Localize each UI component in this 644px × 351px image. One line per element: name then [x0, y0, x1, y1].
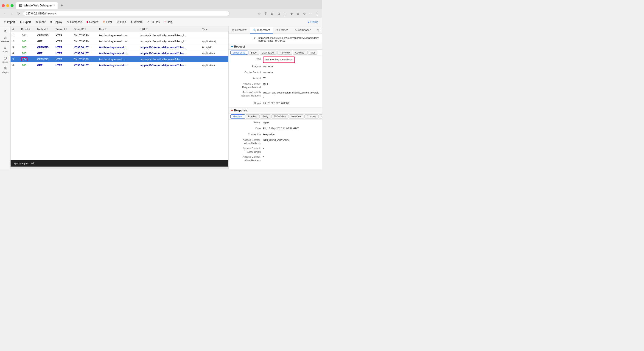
overview-icon: ◎ — [232, 29, 234, 32]
ext7-icon[interactable]: ⋯ — [308, 11, 313, 16]
subtab-body[interactable]: Body — [248, 51, 259, 55]
replay-button[interactable]: ↺ Replay — [48, 20, 64, 24]
horizontal-scrollbar[interactable] — [10, 167, 228, 169]
minimize-button[interactable] — [6, 4, 9, 7]
values-icon: ⬡ — [4, 56, 7, 60]
origin-label: Origin — [231, 101, 263, 106]
resp-subtab-headers[interactable]: Headers — [230, 114, 245, 119]
refresh-button[interactable]: ↻ — [16, 11, 21, 16]
row-protocol: HTTP — [54, 34, 72, 37]
sidebar-item-values[interactable]: ⬡ Values — [0, 55, 10, 65]
resp-subtab-body[interactable]: Body — [260, 114, 271, 119]
subtab-raw[interactable]: Raw — [307, 51, 318, 55]
col-header-method[interactable]: Method ⊽ — [36, 28, 54, 31]
table-row[interactable]: 5 204 OPTIONS HTTP 39.107.33.99 test.imo… — [10, 56, 228, 62]
col-header-serverip[interactable]: ServerIP ⊽ — [72, 28, 98, 31]
row-method: OPTIONS — [36, 34, 54, 37]
frames-icon: ≡ — [276, 29, 278, 32]
acr-method-row: Access-Control-Request-Method GET — [228, 81, 322, 90]
resp-subtab-jsonview[interactable]: JSONView — [271, 114, 288, 119]
star-icon[interactable]: ☆ — [257, 11, 262, 16]
table-header: # Result ⊽ Method ⊽ Protocol ⊽ ServerIP … — [10, 26, 228, 32]
aca-origin-label: Access-Control-Allow-Origin — [231, 147, 263, 154]
table-row[interactable]: 6 200 GET HTTP 47.95.36.137 test.imonkey… — [10, 62, 228, 68]
filter-button[interactable]: ⊽ Filter — [101, 20, 114, 24]
weinre-button[interactable]: ⊳ Weinre — [129, 20, 144, 24]
help-button[interactable]: ? Help — [162, 20, 174, 24]
network-panel: # Result ⊽ Method ⊽ Protocol ⊽ ServerIP … — [10, 26, 228, 169]
tab-frames[interactable]: ≡ Frames — [273, 27, 292, 34]
back-button[interactable]: ‹ — [2, 11, 7, 16]
origin-value: http://192.168.1.6:8080 — [263, 101, 289, 106]
export-label: Export — [23, 21, 31, 24]
new-tab-button[interactable]: + — [58, 2, 65, 9]
row-host: test.imonkey.xueersi.c... — [98, 58, 139, 61]
aca-origin-row: Access-Control-Allow-Origin * — [228, 146, 322, 155]
tab-composer[interactable]: ✎ Composer — [292, 27, 314, 34]
address-input[interactable] — [23, 11, 230, 16]
close-button[interactable] — [2, 4, 5, 7]
table-row[interactable]: 1 204 OPTIONS HTTP 39.107.33.99 test.imo… — [10, 32, 228, 38]
clear-button[interactable]: ✕ Clear — [34, 20, 48, 24]
menu-icon[interactable]: ⋮ — [315, 11, 320, 16]
subtab-webforms[interactable]: WebForms — [230, 51, 248, 55]
connection-row: Connection keep-alive — [228, 132, 322, 138]
active-tab[interactable]: W Whistle Web Debugger × — [16, 2, 58, 9]
compose-button[interactable]: ✎ Compose — [65, 20, 84, 24]
sidebar-item-rules[interactable]: ≡ Rules — [0, 45, 10, 54]
row-type: application/ — [201, 52, 228, 55]
maximize-button[interactable] — [10, 4, 14, 7]
pragma-row: Pragma no-cache — [228, 64, 322, 70]
resp-subtab-raw[interactable]: Raw — [319, 114, 322, 119]
ext6-icon[interactable]: ⊙ — [302, 11, 307, 16]
resp-subtab-preview[interactable]: Preview — [246, 114, 260, 119]
sidebar-item-plugins[interactable]: ⊞ Plugins — [0, 65, 10, 75]
table-row[interactable]: 3 200 OPTIONS HTTP 47.95.36.137 test.imo… — [10, 44, 228, 50]
extension-icon[interactable]: ⊽ — [263, 11, 268, 16]
plugins-icon: ⊞ — [4, 66, 7, 71]
col-header-host[interactable]: Host ⊽ — [98, 28, 139, 31]
resp-subtab-cookies[interactable]: Cookies — [304, 114, 318, 119]
request-arrow: ➡ — [231, 45, 233, 48]
import-button[interactable]: ⬆ Import — [2, 20, 17, 24]
row-url: /app/api/v1/report/daily-normal?class_i.… — [139, 40, 201, 43]
record-button[interactable]: ■ Record — [85, 20, 100, 24]
tab-inspectors[interactable]: 🔍 Inspectors — [250, 27, 273, 34]
ext3-icon[interactable]: ◫ — [282, 11, 288, 16]
sidebar-item-network[interactable]: ⊕ Network — [0, 34, 10, 44]
col-header-type[interactable]: Type — [201, 28, 228, 31]
tab-overview[interactable]: ◎ Overview — [228, 27, 250, 34]
tab-close-button[interactable]: × — [54, 4, 55, 7]
ext5-icon[interactable]: ⊗ — [296, 11, 300, 16]
subtab-cookies[interactable]: Cookies — [292, 51, 307, 55]
host-label: Host — [231, 57, 263, 61]
col-header-protocol[interactable]: Protocol ⊽ — [54, 28, 72, 31]
accept-value: */* — [263, 76, 266, 81]
sidebar-item-up[interactable]: ▲ — [0, 27, 10, 34]
https-button[interactable]: ✓ HTTPS — [145, 20, 161, 24]
col-header-url[interactable]: URL ⊽ — [139, 28, 201, 31]
connection-label: Connection — [231, 132, 263, 137]
ext1-icon[interactable]: ⊞ — [270, 11, 275, 16]
replay-label: Replay — [54, 21, 62, 24]
subtab-jsonview[interactable]: JSONView — [260, 51, 277, 55]
forward-button[interactable]: › — [9, 11, 14, 16]
url-row: Url http://test.imonkey.xueersi.com/app/… — [228, 36, 322, 43]
resp-subtab-hexview[interactable]: HexView — [289, 114, 304, 119]
weinre-label: Weinre — [134, 21, 143, 24]
ext2-icon[interactable]: ⊡ — [276, 11, 281, 16]
cache-control-label: Cache-Control — [231, 70, 263, 75]
col-header-result[interactable]: Result ⊽ — [20, 28, 36, 31]
subtab-hexview[interactable]: HexView — [277, 51, 292, 55]
server-row: Server nginx — [228, 120, 322, 126]
export-button[interactable]: ⬇ Export — [18, 20, 33, 24]
app-toolbar: ⬆ Import ⬇ Export ✕ Clear ↺ Replay ✎ Com… — [0, 18, 322, 26]
table-row[interactable]: 4 200 GET HTTP 47.95.36.137 test.imonkey… — [10, 50, 228, 56]
tab-timeline[interactable]: ◷ Timeline — [314, 27, 322, 34]
row-result: 200 — [20, 46, 36, 49]
files-button[interactable]: ◎ Files — [115, 20, 128, 24]
table-row[interactable]: 2 200 GET HTTP 39.107.33.99 test.imonkey… — [10, 38, 228, 44]
pragma-label: Pragma — [231, 64, 263, 69]
ext4-icon[interactable]: ⊕ — [289, 11, 294, 16]
origin-row: Origin http://192.168.1.6:8080 — [228, 100, 322, 106]
